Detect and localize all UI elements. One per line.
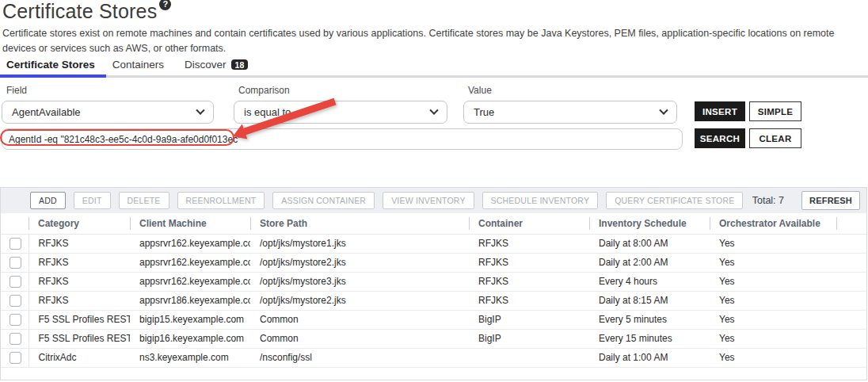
cell-inventory-schedule: Daily at 2:00 AM	[589, 253, 710, 272]
column-header-filler	[836, 213, 866, 234]
column-header-store-path[interactable]: Store Path	[250, 213, 469, 234]
page-title-text: Certificate Stores	[2, 0, 157, 22]
comparison-label: Comparison	[238, 85, 290, 96]
cell-category: RFJKS	[29, 234, 130, 253]
row-checkbox[interactable]	[10, 333, 21, 345]
value-select-value: True	[474, 106, 494, 118]
cell-inventory-schedule: Every 15 minutes	[589, 329, 710, 348]
value-label: Value	[468, 85, 492, 96]
cell-store-path: /nsconfig/ssl	[250, 348, 469, 367]
row-checkbox[interactable]	[10, 257, 21, 269]
cell-filler	[836, 348, 866, 367]
field-label: Field	[6, 85, 27, 96]
cell-store-path: /opt/jks/mystore2.jks	[250, 291, 469, 310]
add-button[interactable]: ADD	[30, 192, 66, 209]
cell-orchestrator-available: Yes	[710, 272, 836, 291]
column-header-category[interactable]: Category	[29, 213, 130, 234]
checkbox-cell	[1, 329, 29, 348]
tab-label: Certificate Stores	[6, 59, 95, 71]
row-checkbox[interactable]	[10, 295, 21, 307]
search-button[interactable]: SEARCH	[695, 128, 745, 148]
cell-orchestrator-available: Yes	[710, 234, 836, 253]
column-header-container[interactable]: Container	[469, 213, 589, 234]
total-count: Total: 7	[752, 195, 794, 206]
column-header-orchestrator-available[interactable]: Orchestrator Available	[710, 213, 836, 234]
cell-client-machine: bigip15.keyexample.com	[130, 310, 250, 329]
tab-label: Discover	[185, 59, 227, 71]
table-header-row: CategoryClient MachineStore PathContaine…	[1, 213, 866, 234]
cell-orchestrator-available: Yes	[710, 253, 836, 272]
checkbox-cell	[1, 253, 29, 272]
field-select[interactable]: AgentAvailable	[2, 101, 214, 124]
cell-category: F5 SSL Profiles REST	[29, 310, 130, 329]
row-checkbox[interactable]	[10, 314, 21, 326]
table-row: F5 SSL Profiles RESTbigip15.keyexample.c…	[1, 310, 866, 329]
certificate-stores-table: CategoryClient MachineStore PathContaine…	[1, 213, 866, 368]
select-all-header	[1, 213, 29, 234]
cell-orchestrator-available: Yes	[710, 329, 836, 348]
cell-category: CitrixAdc	[29, 348, 130, 367]
query-input[interactable]	[2, 128, 683, 150]
table-row: RFJKSappsrvr162.keyexample.com/opt/jks/m…	[1, 234, 866, 253]
row-checkbox[interactable]	[10, 238, 21, 250]
cell-store-path: /opt/jks/mystore3.jks	[250, 272, 469, 291]
refresh-button[interactable]: REFRESH	[801, 191, 860, 210]
insert-button[interactable]: INSERT	[695, 101, 745, 121]
page-title: Certificate Stores?	[2, 0, 171, 23]
cell-store-path: /opt/jks/mystore2.jks	[250, 253, 469, 272]
row-checkbox[interactable]	[10, 276, 21, 288]
cell-filler	[836, 310, 866, 329]
cell-container: RFJKS	[469, 234, 589, 253]
cell-container: BigIP	[469, 329, 589, 348]
cell-category: RFJKS	[29, 291, 130, 310]
table-row: RFJKSappsrvr162.keyexample.com/opt/jks/m…	[1, 253, 866, 272]
cell-client-machine: appsrvr162.keyexample.com	[130, 234, 250, 253]
tab-discover[interactable]: Discover18	[178, 59, 262, 75]
cell-container: RFJKS	[469, 272, 589, 291]
tab-certificate-stores[interactable]: Certificate Stores	[0, 59, 106, 75]
cell-client-machine: ns3.keyexample.com	[130, 348, 250, 367]
delete-button: DELETE	[119, 192, 169, 209]
tab-label: Containers	[112, 59, 164, 71]
table-row: F5 SSL Profiles RESTbigip16.keyexample.c…	[1, 329, 866, 348]
column-header-inventory-schedule[interactable]: Inventory Schedule	[589, 213, 710, 234]
cell-inventory-schedule: Daily at 8:00 AM	[589, 234, 710, 253]
comparison-select-value: is equal to	[244, 106, 291, 118]
cell-container: RFJKS	[469, 253, 589, 272]
grid-toolbar: ADDEDITDELETEREENROLLMENTASSIGN CONTAINE…	[1, 188, 866, 213]
cell-category: RFJKS	[29, 272, 130, 291]
cell-inventory-schedule: Daily at 1:00 AM	[589, 348, 710, 367]
simple-button[interactable]: SIMPLE	[749, 101, 801, 121]
toolbar-buttons: ADDEDITDELETEREENROLLMENTASSIGN CONTAINE…	[30, 192, 743, 209]
column-header-client-machine[interactable]: Client Machine	[130, 213, 250, 234]
cell-inventory-schedule: Daily at 8:15 AM	[589, 291, 710, 310]
clear-button[interactable]: CLEAR	[749, 128, 801, 148]
cell-client-machine: appsrvr186.keyexample.com	[130, 291, 250, 310]
checkbox-cell	[1, 272, 29, 291]
cell-client-machine: appsrvr162.keyexample.com	[130, 253, 250, 272]
cell-category: F5 SSL Profiles REST	[29, 329, 130, 348]
table-row: RFJKSappsrvr186.keyexample.com/opt/jks/m…	[1, 291, 866, 310]
tab-containers[interactable]: Containers	[106, 59, 178, 75]
cell-filler	[836, 329, 866, 348]
cell-orchestrator-available: Yes	[710, 310, 836, 329]
table-row: CitrixAdcns3.keyexample.com/nsconfig/ssl…	[1, 348, 866, 367]
cell-container: RFJKS	[469, 291, 589, 310]
results-panel: ADDEDITDELETEREENROLLMENTASSIGN CONTAINE…	[0, 187, 867, 380]
cell-container: BigIP	[469, 310, 589, 329]
comparison-select[interactable]: is equal to	[234, 101, 447, 124]
cell-filler	[836, 291, 866, 310]
table-row: RFJKSappsrvr162.keyexample.com/opt/jks/m…	[1, 272, 866, 291]
schedule-inventory-button: SCHEDULE INVENTORY	[482, 192, 599, 209]
checkbox-cell	[1, 234, 29, 253]
row-checkbox[interactable]	[10, 352, 21, 364]
value-select[interactable]: True	[463, 101, 677, 124]
tab-count-badge: 18	[231, 59, 249, 71]
reenrollment-button: REENROLLMENT	[177, 192, 265, 209]
cell-client-machine: appsrvr162.keyexample.com	[130, 272, 250, 291]
cell-inventory-schedule: Every 5 minutes	[589, 310, 710, 329]
checkbox-cell	[1, 310, 29, 329]
chevron-down-icon	[429, 105, 438, 114]
cell-filler	[836, 234, 866, 253]
help-icon[interactable]: ?	[159, 0, 171, 10]
